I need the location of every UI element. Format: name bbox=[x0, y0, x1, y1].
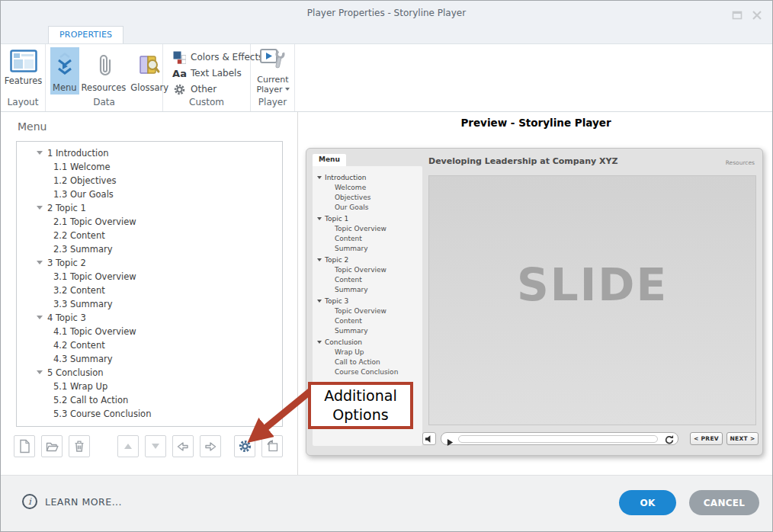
indent-button[interactable] bbox=[200, 435, 221, 457]
delete-button[interactable] bbox=[69, 435, 90, 457]
resources-label: Resources bbox=[82, 82, 127, 93]
collapse-arrow-icon[interactable] bbox=[37, 261, 43, 264]
preview-tree-item-label: Our Goals bbox=[335, 204, 369, 211]
text-labels-button[interactable]: Aa Text Labels bbox=[173, 66, 263, 81]
preview-tree-item[interactable]: Course Conclusion bbox=[313, 367, 422, 377]
other-label: Other bbox=[191, 84, 217, 95]
menu-tree-item[interactable]: 2.2 Content bbox=[17, 229, 282, 242]
outdent-button[interactable] bbox=[172, 435, 194, 457]
preview-tree-item[interactable]: Introduction bbox=[313, 173, 422, 183]
menu-tree-item[interactable]: 2.1 Topic Overview bbox=[17, 215, 282, 229]
menu-tree-item-label: 1.1 Welcome bbox=[53, 162, 111, 172]
preview-tree-item[interactable]: Topic 3 bbox=[313, 296, 422, 306]
collapse-arrow-icon[interactable] bbox=[37, 370, 43, 374]
collapse-arrow-icon[interactable] bbox=[37, 151, 43, 155]
menu-tree-item[interactable]: 1 Introduction bbox=[17, 146, 282, 160]
current-player-button[interactable]: Current Player bbox=[252, 47, 293, 98]
preview-tree-item[interactable]: Welcome bbox=[313, 183, 422, 193]
preview-tree-item[interactable]: Content bbox=[313, 234, 422, 244]
collapse-arrow-icon[interactable] bbox=[317, 176, 322, 179]
preview-tree-item[interactable]: Topic Overview bbox=[313, 306, 422, 316]
preview-tree-item[interactable]: Call to Action bbox=[313, 357, 422, 367]
restore-window-button[interactable] bbox=[731, 9, 743, 21]
preview-tree-item-label: Topic Overview bbox=[335, 266, 386, 274]
menu-tree-item[interactable]: 2 Topic 1 bbox=[17, 201, 282, 215]
preview-tree-item[interactable]: Topic 2 bbox=[313, 255, 422, 265]
move-up-button[interactable] bbox=[117, 435, 139, 457]
preview-tree-item-label: Objectives bbox=[335, 194, 370, 201]
menu-tree-item[interactable]: 3.2 Content bbox=[17, 284, 282, 297]
preview-tree-item[interactable]: Summary bbox=[313, 244, 422, 254]
new-item-button[interactable] bbox=[14, 435, 35, 457]
additional-options-button[interactable] bbox=[234, 435, 255, 457]
cancel-button[interactable]: CANCEL bbox=[689, 490, 759, 515]
menu-tree-item[interactable]: 4.2 Content bbox=[17, 338, 282, 352]
preview-tree-item[interactable]: Wrap Up bbox=[313, 348, 422, 357]
preview-menu-tab[interactable]: Menu bbox=[313, 154, 346, 166]
menu-tree-item[interactable]: 1.1 Welcome bbox=[17, 160, 282, 174]
menu-tree-item[interactable]: 3.1 Topic Overview bbox=[17, 270, 282, 284]
menu-button[interactable]: Menu bbox=[50, 47, 79, 95]
collapse-arrow-icon[interactable] bbox=[317, 258, 322, 261]
resources-button[interactable]: Resources bbox=[79, 47, 129, 95]
collapse-arrow-icon[interactable] bbox=[317, 300, 322, 303]
menu-tree-item-label: 4.1 Topic Overview bbox=[53, 326, 136, 337]
menu-tree-item[interactable]: 1.3 Our Goals bbox=[17, 187, 282, 201]
preview-tree-item-label: Topic Overview bbox=[335, 225, 386, 232]
new-document-icon bbox=[18, 439, 31, 453]
preview-tree-item[interactable]: Summary bbox=[313, 285, 422, 295]
menu-tree-item[interactable]: 4.3 Summary bbox=[17, 352, 282, 366]
menu-tree-item[interactable]: 5.2 Call to Action bbox=[17, 393, 282, 407]
menu-tree-item[interactable]: 2.3 Summary bbox=[17, 242, 282, 256]
close-window-button[interactable] bbox=[751, 9, 763, 21]
menu-tree-item[interactable]: 5.1 Wrap Up bbox=[17, 380, 282, 393]
colors-effects-button[interactable]: Colors & Effects bbox=[173, 50, 263, 65]
menu-tree-item[interactable]: 1.2 Objectives bbox=[17, 174, 282, 187]
collapse-arrow-icon[interactable] bbox=[37, 316, 43, 319]
menu-tree-item[interactable]: 3.3 Summary bbox=[17, 297, 282, 311]
reset-menu-button[interactable] bbox=[261, 435, 283, 457]
collapse-arrow-icon[interactable] bbox=[317, 217, 322, 220]
preview-tree-item[interactable]: Summary bbox=[313, 326, 422, 336]
glossary-icon bbox=[138, 49, 161, 82]
ribbon-group-custom: Colors & Effects Aa Text Labels Other Cu… bbox=[163, 44, 251, 111]
replay-button[interactable] bbox=[664, 434, 675, 448]
preview-resources-link[interactable]: Resources bbox=[726, 159, 755, 166]
preview-tree-item[interactable]: Our Goals bbox=[313, 203, 422, 213]
ok-button[interactable]: OK bbox=[619, 490, 676, 515]
menu-tree-item-label: 2.3 Summary bbox=[53, 244, 113, 255]
menu-tree-item[interactable]: 3 Topic 2 bbox=[17, 256, 282, 270]
text-labels-label: Text Labels bbox=[191, 68, 242, 79]
trash-icon bbox=[72, 439, 86, 453]
preview-tree-item[interactable]: Content bbox=[313, 316, 422, 326]
open-button[interactable] bbox=[41, 435, 63, 457]
menu-tree-item[interactable]: 5 Conclusion bbox=[17, 366, 282, 380]
preview-tree-item[interactable]: Topic Overview bbox=[313, 224, 422, 234]
ribbon-group-data: Menu Resources Glossary Data bbox=[46, 44, 163, 111]
menu-tree-item[interactable]: 4 Topic 3 bbox=[17, 311, 282, 325]
move-down-button[interactable] bbox=[145, 435, 166, 457]
other-button[interactable]: Other bbox=[173, 82, 263, 97]
menu-tree-item[interactable]: 5.3 Course Conclusion bbox=[17, 407, 282, 421]
prev-button[interactable]: < PREV bbox=[690, 432, 723, 445]
preview-tree-item[interactable]: Topic 1 bbox=[313, 214, 422, 224]
preview-tree-item-label: Content bbox=[335, 276, 362, 284]
menu-tree-item-label: 3 Topic 2 bbox=[47, 258, 86, 268]
preview-tree-item-label: Summary bbox=[335, 245, 368, 252]
features-button[interactable]: Features bbox=[4, 48, 43, 95]
collapse-arrow-icon[interactable] bbox=[37, 206, 43, 210]
preview-tree-item[interactable]: Content bbox=[313, 275, 422, 285]
menu-tree-item[interactable]: 4.1 Topic Overview bbox=[17, 325, 282, 338]
seekbar[interactable] bbox=[458, 435, 658, 443]
collapse-arrow-icon[interactable] bbox=[317, 341, 322, 344]
learn-more-link[interactable]: i LEARN MORE... bbox=[22, 494, 122, 509]
tab-properties[interactable]: PROPERTIES bbox=[48, 26, 123, 43]
volume-button[interactable] bbox=[422, 432, 436, 445]
play-button[interactable] bbox=[447, 435, 454, 450]
preview-tree-item[interactable]: Objectives bbox=[313, 193, 422, 203]
preview-tree-item[interactable]: Topic Overview bbox=[313, 265, 422, 275]
preview-tree-item[interactable]: Conclusion bbox=[313, 338, 422, 348]
footer: i LEARN MORE... OK CANCEL bbox=[1, 475, 772, 532]
next-button[interactable]: NEXT > bbox=[726, 432, 759, 445]
replay-icon bbox=[664, 434, 675, 445]
